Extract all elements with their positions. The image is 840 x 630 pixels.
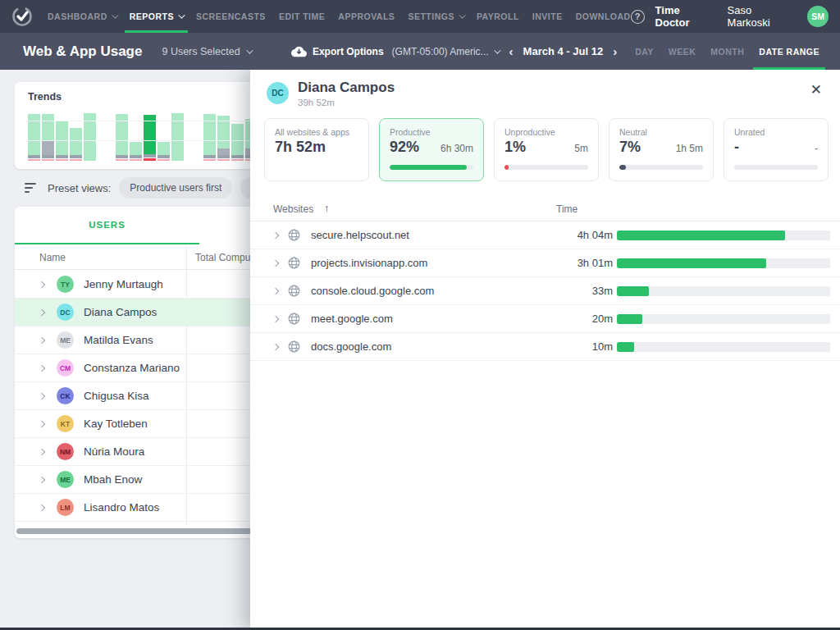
- column-header-websites[interactable]: Websites: [273, 203, 313, 215]
- nav-item-approvals[interactable]: APPROVALS: [338, 0, 395, 33]
- website-row-projects-invisionapp-com[interactable]: projects.invisionapp.com3h 01m: [250, 249, 840, 277]
- trend-bar-selected[interactable]: [144, 115, 156, 161]
- website-row-meet-google-com[interactable]: meet.google.com20m: [250, 305, 840, 333]
- trend-segment: [130, 142, 142, 155]
- trend-segment: [203, 159, 216, 161]
- range-tab-day[interactable]: DAY: [628, 33, 661, 70]
- nav-item-label: APPROVALS: [338, 11, 395, 21]
- range-tab-date-range[interactable]: DATE RANGE: [751, 33, 827, 70]
- export-options-button[interactable]: Export Options: [291, 46, 384, 57]
- chevron-right-icon[interactable]: [39, 308, 45, 315]
- usage-bar-fill: [617, 258, 766, 268]
- usage-bar-fill: [617, 342, 634, 352]
- time-doctor-logo-icon[interactable]: [11, 6, 33, 27]
- company-name[interactable]: Time Doctor: [655, 4, 717, 29]
- websites-rows: secure.helpscout.net4h 04mprojects.invis…: [250, 221, 840, 361]
- users-selected-dropdown[interactable]: 9 Users Selected: [162, 46, 250, 57]
- nav-item-screencasts[interactable]: SCREENCASTS: [196, 0, 266, 33]
- user-name[interactable]: Saso Markoski: [728, 4, 797, 29]
- chevron-right-icon[interactable]: [39, 476, 45, 482]
- chevron-right-icon[interactable]: [272, 343, 279, 349]
- nav-item-label: SCREENCASTS: [196, 11, 266, 21]
- sort-ascending-icon[interactable]: ↑: [324, 202, 330, 214]
- range-tab-week[interactable]: WEEK: [661, 33, 704, 70]
- nav-item-download[interactable]: DOWNLOAD: [576, 0, 631, 33]
- preset-chip-productive-users-first[interactable]: Productive users first: [119, 177, 232, 199]
- stat-card-value: 1%: [504, 139, 526, 156]
- column-header-name[interactable]: Name: [39, 252, 66, 263]
- avatar: TY: [57, 276, 74, 293]
- website-row-secure-helpscout-net[interactable]: secure.helpscout.net4h 04m: [250, 221, 840, 249]
- website-time: 3h 01m: [513, 257, 613, 269]
- date-range-label[interactable]: March 4 - Jul 12: [523, 45, 604, 57]
- stat-card-unrated[interactable]: Unrated--: [724, 118, 829, 181]
- chevron-right-icon[interactable]: [272, 231, 279, 238]
- trend-segment: [130, 159, 142, 161]
- nav-item-reports[interactable]: REPORTS: [130, 0, 183, 33]
- chevron-right-icon[interactable]: [272, 259, 279, 266]
- nav-item-invite[interactable]: INVITE: [532, 0, 563, 33]
- chevron-down-icon: [246, 47, 253, 53]
- next-date-button[interactable]: ›: [610, 44, 619, 58]
- user-avatar[interactable]: SM: [807, 6, 829, 27]
- stat-card-all-websites-apps[interactable]: All websites & apps7h 52m: [264, 118, 369, 181]
- globe-icon: [287, 312, 301, 326]
- nav-item-dashboard[interactable]: DASHBOARD: [48, 0, 116, 33]
- stat-card-time: 5m: [574, 143, 588, 154]
- nav-item-settings[interactable]: SETTINGS: [408, 0, 463, 33]
- timezone-dropdown[interactable]: (GMT-05:00) Americ...: [392, 46, 499, 57]
- stat-card-label: All websites & apps: [275, 127, 358, 137]
- user-name-label: Núria Moura: [84, 445, 144, 458]
- trend-segment: [42, 159, 54, 161]
- website-row-console-cloud-google-com[interactable]: console.cloud.google.com33m: [250, 277, 840, 305]
- chevron-right-icon[interactable]: [272, 287, 279, 294]
- previous-date-button[interactable]: ‹: [507, 44, 516, 58]
- chevron-right-icon[interactable]: [39, 364, 45, 371]
- chevron-down-icon: [459, 11, 465, 18]
- trend-bar[interactable]: [158, 142, 170, 161]
- user-name-label: Constanza Mariano: [84, 362, 180, 374]
- user-name-label: Chigusa Kisa: [84, 390, 149, 402]
- stat-card-unproductive[interactable]: Unproductive1%5m: [494, 118, 599, 181]
- trend-bar[interactable]: [70, 128, 82, 161]
- trend-segment: [70, 159, 82, 161]
- help-icon[interactable]: ?: [631, 10, 645, 24]
- stat-card-label: Productive: [390, 127, 473, 137]
- nav-item-edit-time[interactable]: EDIT TIME: [279, 0, 325, 33]
- stat-card-neutral[interactable]: Neutral7%1h 5m: [609, 118, 714, 181]
- chevron-down-icon: [112, 11, 118, 18]
- stat-card-values: 1%5m: [504, 139, 588, 156]
- chevron-right-icon[interactable]: [39, 336, 45, 343]
- trend-bar[interactable]: [217, 116, 230, 161]
- chevron-right-icon[interactable]: [272, 315, 279, 322]
- nav-right: ? Time Doctor Saso Markoski SM: [631, 4, 829, 29]
- chevron-right-icon[interactable]: [39, 281, 45, 287]
- nav-item-label: DOWNLOAD: [576, 11, 631, 21]
- chevron-right-icon[interactable]: [39, 504, 45, 510]
- trend-group: [28, 112, 96, 161]
- nav-item-payroll[interactable]: PAYROLL: [477, 0, 519, 33]
- globe-icon: [287, 284, 301, 298]
- chevron-down-icon: [494, 47, 500, 53]
- tab-users[interactable]: USERS: [15, 207, 199, 244]
- website-domain: docs.google.com: [311, 340, 391, 353]
- nav-menu: DASHBOARDREPORTSSCREENCASTSEDIT TIMEAPPR…: [48, 0, 631, 33]
- stat-card-productive[interactable]: Productive92%6h 30m: [379, 118, 484, 181]
- trend-segment: [42, 140, 54, 155]
- trend-segment: [42, 114, 54, 140]
- range-tab-month[interactable]: MONTH: [703, 33, 751, 70]
- user-name-label: Kay Totleben: [84, 418, 148, 430]
- chevron-right-icon[interactable]: [39, 392, 45, 399]
- cloud-download-icon: [291, 46, 307, 57]
- trend-bar[interactable]: [231, 124, 244, 161]
- column-header-time[interactable]: Time: [556, 203, 578, 215]
- trend-segment: [231, 159, 244, 161]
- page-title: Web & App Usage: [23, 43, 142, 60]
- trend-segment: [158, 142, 170, 155]
- chevron-right-icon[interactable]: [39, 420, 45, 427]
- usage-bar-track: [617, 286, 830, 296]
- chevron-right-icon[interactable]: [39, 448, 45, 454]
- website-row-docs-google-com[interactable]: docs.google.com10m: [250, 333, 840, 361]
- trend-bar[interactable]: [130, 142, 142, 161]
- close-icon[interactable]: ✕: [810, 81, 822, 98]
